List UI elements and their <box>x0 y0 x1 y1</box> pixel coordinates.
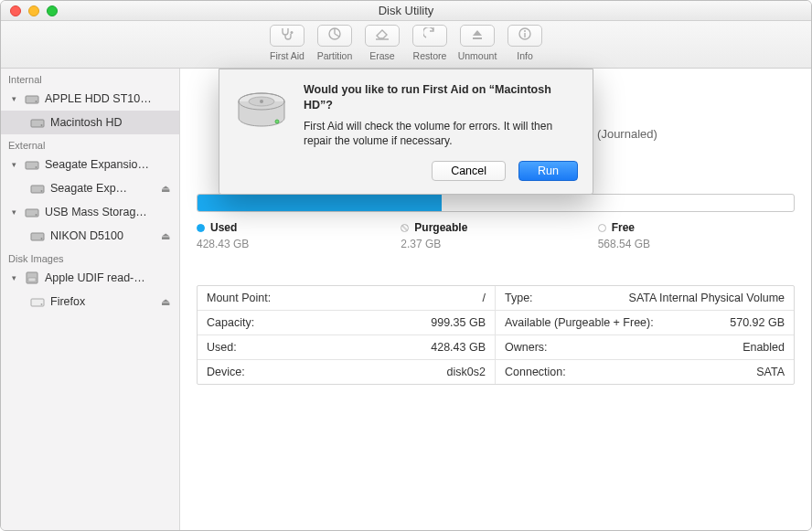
svg-point-10 <box>41 124 43 126</box>
sidebar-disk-image-udif[interactable]: ▾ Apple UDIF read-… <box>1 266 179 290</box>
info-key: Device: <box>207 366 245 378</box>
toolbar-label: First Aid <box>270 50 304 61</box>
svg-rect-6 <box>524 33 525 37</box>
legend-dot-icon <box>401 224 409 232</box>
sidebar-volume-macintosh-hd[interactable]: Macintosh HD <box>1 111 179 134</box>
sidebar-disk-usb-mass[interactable]: ▾ USB Mass Storag… <box>1 200 179 224</box>
table-row: Available (Purgeable + Free):570.92 GB <box>496 310 794 335</box>
dialog-body-text: First Aid will check the volume for erro… <box>304 119 578 148</box>
svg-rect-3 <box>473 37 482 39</box>
titlebar: Disk Utility <box>1 1 811 21</box>
legend-purgeable: Purgeable 2.37 GB <box>401 221 597 250</box>
toolbar-first-aid[interactable]: First Aid <box>266 25 308 61</box>
harddrive-icon <box>25 91 39 106</box>
toolbar-unmount[interactable]: Unmount <box>456 25 498 61</box>
sidebar-item-label: Seagate Expansio… <box>45 158 174 171</box>
disclosure-triangle-icon[interactable]: ▾ <box>12 207 21 217</box>
table-row: Type:SATA Internal Physical Volume <box>496 286 794 310</box>
legend-value: 428.43 GB <box>197 238 393 250</box>
external-drive-icon <box>25 157 39 172</box>
external-drive-icon <box>30 181 45 196</box>
info-value: / <box>483 292 486 304</box>
run-button[interactable]: Run <box>518 161 578 181</box>
eraser-icon <box>375 27 390 44</box>
sidebar-item-label: Apple UDIF read-… <box>45 271 174 284</box>
volume-format-text: ed (Journaled) <box>581 127 795 141</box>
legend-dot-icon <box>598 224 606 232</box>
window-title: Disk Utility <box>1 4 811 17</box>
table-row: Capacity:999.35 GB <box>198 310 496 335</box>
volume-info-table: Mount Point:/ Type:SATA Internal Physica… <box>197 285 795 385</box>
info-key: Capacity: <box>207 316 254 329</box>
disclosure-triangle-icon[interactable]: ▾ <box>12 273 21 282</box>
sidebar-disk-internal[interactable]: ▾ APPLE HDD ST10… <box>1 87 179 111</box>
sidebar-disk-seagate[interactable]: ▾ Seagate Expansio… <box>1 153 179 176</box>
disclosure-triangle-icon[interactable]: ▾ <box>12 160 21 169</box>
cancel-button[interactable]: Cancel <box>432 161 506 181</box>
legend-dot-icon <box>197 224 205 232</box>
dialog-heading: Would you like to run First Aid on “Maci… <box>304 82 578 113</box>
info-value: SATA Internal Physical Volume <box>629 292 785 304</box>
svg-point-8 <box>36 101 37 102</box>
info-value: 428.43 GB <box>431 341 486 354</box>
external-drive-icon <box>25 205 39 219</box>
toolbar-info[interactable]: Info <box>504 25 546 61</box>
harddrive-icon <box>30 115 45 130</box>
toolbar-label: Erase <box>369 50 394 61</box>
disk-image-icon <box>25 271 39 285</box>
sidebar-item-label: USB Mass Storag… <box>45 206 174 218</box>
usage-legend: Used 428.43 GB Purgeable 2.37 GB Free 56… <box>197 221 795 250</box>
eject-icon[interactable]: ⏏ <box>157 296 174 308</box>
legend-value: 2.37 GB <box>401 238 597 250</box>
harddrive-large-icon <box>232 82 291 141</box>
table-row: Used:428.43 GB <box>198 335 496 359</box>
info-key: Owners: <box>505 341 548 354</box>
table-row: Mount Point:/ <box>198 286 496 310</box>
toolbar-label: Restore <box>413 50 447 61</box>
info-icon <box>518 27 531 44</box>
toolbar-partition[interactable]: Partition <box>314 25 356 61</box>
sidebar-volume-firefox[interactable]: Firefox ⏏ <box>1 290 179 313</box>
restore-arrow-icon <box>423 27 436 44</box>
info-key: Mount Point: <box>207 292 271 304</box>
pie-icon <box>328 27 341 44</box>
sidebar-volume-nikon[interactable]: NIKON D5100 ⏏ <box>1 224 179 248</box>
info-key: Connection: <box>505 366 566 378</box>
svg-point-27 <box>275 120 279 123</box>
table-row: Connection:SATA <box>496 359 794 384</box>
disclosure-triangle-icon[interactable]: ▾ <box>12 94 21 103</box>
disk-utility-window: Disk Utility First Aid Partition Erase <box>0 0 812 531</box>
eject-icon[interactable]: ⏏ <box>157 183 174 195</box>
stethoscope-icon <box>280 27 294 44</box>
sidebar: Internal ▾ APPLE HDD ST10… Macintosh HD … <box>1 69 180 530</box>
legend-value: 568.54 GB <box>598 238 795 250</box>
toolbar-restore[interactable]: Restore <box>409 25 451 61</box>
info-key: Type: <box>505 292 533 304</box>
toolbar-label: Partition <box>317 50 353 61</box>
legend-title: Free <box>612 221 635 234</box>
eject-icon[interactable]: ⏏ <box>157 230 174 242</box>
info-value: disk0s2 <box>447 366 486 378</box>
sidebar-item-label: APPLE HDD ST10… <box>45 92 174 105</box>
sidebar-item-label: NIKON D5100 <box>50 229 157 242</box>
svg-point-14 <box>41 190 43 192</box>
svg-point-12 <box>36 166 37 168</box>
disk-image-volume-icon <box>30 294 45 309</box>
legend-free: Free 568.54 GB <box>598 221 795 250</box>
sidebar-section-internal: Internal <box>1 69 179 87</box>
info-value: SATA <box>756 366 785 378</box>
table-row: Owners:Enabled <box>496 335 794 359</box>
sidebar-section-external: External <box>1 134 179 153</box>
table-row: Device:disk0s2 <box>198 359 496 384</box>
toolbar-erase[interactable]: Erase <box>361 25 403 61</box>
toolbar-label: Unmount <box>458 50 497 61</box>
info-value: 570.92 GB <box>730 316 785 329</box>
storage-usage-bar <box>197 194 795 212</box>
sidebar-item-label: Firefox <box>50 295 157 308</box>
external-drive-icon <box>30 228 45 243</box>
svg-point-18 <box>41 238 43 239</box>
info-key: Used: <box>207 341 237 354</box>
sidebar-volume-seagate[interactable]: Seagate Exp… ⏏ <box>1 176 179 200</box>
svg-rect-20 <box>28 278 36 281</box>
info-value: 999.35 GB <box>431 316 486 329</box>
